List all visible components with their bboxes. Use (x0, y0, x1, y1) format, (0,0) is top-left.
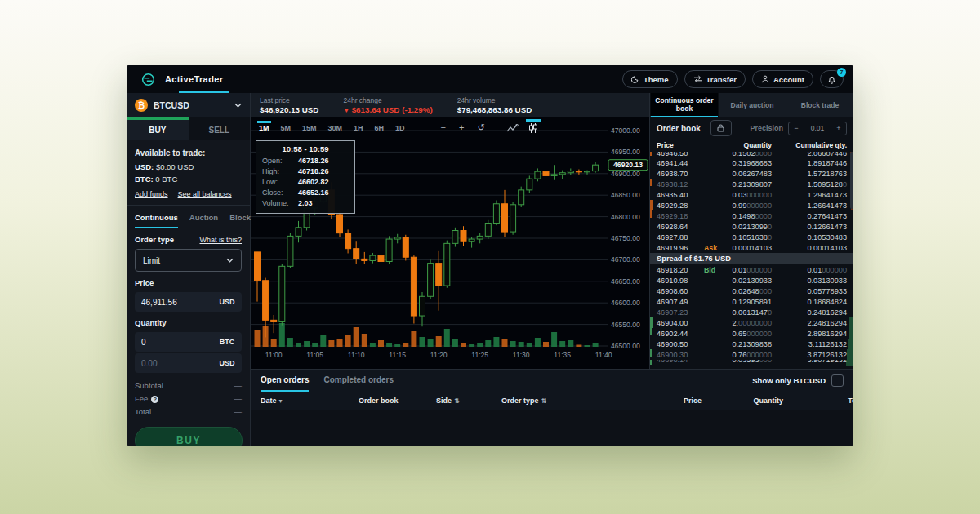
price-cell: 46918.20 (657, 266, 704, 274)
lock-button[interactable] (710, 120, 732, 136)
orders-column-date[interactable]: Date▾ (261, 397, 359, 405)
fee-info-icon[interactable]: ? (151, 396, 158, 403)
interval-30m[interactable]: 30M (328, 122, 343, 132)
order-book-tab-1[interactable]: Daily auction (718, 93, 786, 117)
order-type-select[interactable]: Limit (135, 249, 242, 272)
bid-row[interactable]: 46900.300.760000003.87126132 (650, 349, 853, 360)
reset-zoom-button[interactable]: ↺ (477, 122, 484, 133)
quantity-cell: 0.06131470 (725, 308, 772, 317)
line-chart-icon[interactable] (506, 122, 519, 133)
price-cell: 46929.18 (657, 212, 704, 220)
tooltip-row: Volume:2.03 (262, 198, 349, 209)
show-only-btcusd-checkbox[interactable] (831, 374, 844, 387)
chart-area: 1M5M15M30M1H6H1D − + ↺ (251, 117, 649, 369)
cumulative-cell: 0.24816294 (772, 308, 847, 317)
bid-row[interactable]: 46900.500.213098383.11126132 (650, 339, 853, 349)
zoom-in-button[interactable]: + (459, 122, 464, 132)
see-all-balances-link[interactable]: See all balances (178, 190, 232, 198)
price-cell: 46907.23 (657, 308, 704, 317)
bid-row[interactable]: 46907.490.129058910.18684824 (650, 296, 853, 307)
interval-6h[interactable]: 6H (375, 122, 385, 132)
pair-selector[interactable]: ₿ BTCUSD (127, 93, 250, 117)
buy-tab[interactable]: BUY (127, 117, 189, 140)
order-book-tab-2[interactable]: Block trade (786, 93, 853, 117)
interval-1d[interactable]: 1D (395, 122, 405, 132)
what-is-this-link[interactable]: What is this? (199, 236, 242, 244)
tooltip-value: 2.03 (298, 198, 313, 209)
add-funds-link[interactable]: Add funds (135, 190, 168, 198)
svg-text:46500.00: 46500.00 (611, 342, 640, 350)
summary-label: Fee? (135, 394, 158, 403)
interval-5m[interactable]: 5M (281, 122, 292, 132)
notification-badge: 7 (837, 68, 846, 77)
theme-button[interactable]: Theme (622, 70, 678, 88)
quantity-btc-input[interactable] (135, 332, 212, 352)
column-header: Price (657, 141, 725, 149)
ask-row[interactable]: 46928.640.021309900.12661473 (650, 221, 853, 232)
ask-row[interactable]: 46927.880.105163800.10530483 (650, 232, 853, 242)
ask-row[interactable]: 46929.280.990000001.26641473 (650, 200, 853, 210)
notifications-button[interactable]: 7 (820, 70, 844, 88)
sell-tab[interactable]: SELL (189, 117, 251, 140)
ask-row[interactable]: 46929.180.149800000.27641473 (650, 210, 853, 221)
orders-tab-completed-orders[interactable]: Completed orders (323, 370, 394, 392)
interval-15m[interactable]: 15M (302, 122, 317, 132)
bitcoin-icon: ₿ (135, 99, 148, 112)
ask-row[interactable]: 46941.440.319686831.89187446 (650, 157, 853, 168)
precision-plus-button[interactable]: + (831, 122, 846, 135)
ask-row[interactable]: 46946.500.150200002.06607446 (650, 152, 853, 157)
orders-table-header: Date▾Order bookSide⇅Order type⇅PriceQuan… (251, 392, 853, 410)
bid-row[interactable]: 46902.440.650000002.89816294 (650, 328, 853, 339)
quantity-usd-input[interactable] (135, 353, 212, 373)
svg-text:46550.00: 46550.00 (611, 321, 640, 329)
last-price-value: $46,920.13 USD (260, 105, 318, 114)
order-book-tab-0[interactable]: Continuous order book (650, 93, 718, 117)
market-tab-auction[interactable]: Auction (189, 213, 218, 228)
svg-text:11:40: 11:40 (595, 351, 612, 359)
side-label: Bid (704, 266, 725, 274)
bid-row[interactable]: 46910.980.021309330.03130933 (650, 275, 853, 286)
interval-1m[interactable]: 1M (259, 122, 270, 132)
market-tab-continuous[interactable]: Continuous (135, 213, 178, 228)
tooltip-value: 46718.26 (298, 166, 329, 177)
submit-buy-button[interactable]: BUY (135, 427, 243, 446)
price-input[interactable] (135, 292, 212, 312)
ask-row[interactable]: 46919.96Ask0.000141030.00014103 (650, 242, 853, 253)
cumulative-cell: 0.12661473 (772, 223, 847, 231)
ask-row[interactable]: 46935.400.030000001.29641473 (650, 189, 853, 200)
price-unit: USD (212, 292, 242, 312)
zoom-out-button[interactable]: − (441, 122, 446, 132)
svg-text:46920.13: 46920.13 (613, 161, 643, 169)
quantity-cell: 0.06267483 (725, 170, 772, 178)
account-button[interactable]: Account (752, 70, 813, 88)
svg-text:11:20: 11:20 (430, 351, 448, 359)
bid-row[interactable]: 46904.002.000000002.24816294 (650, 317, 853, 328)
quantity-cell: 0.03593000 (725, 360, 772, 364)
filter-label: Show only BTCUSD (752, 376, 826, 385)
svg-text:11:30: 11:30 (513, 351, 530, 359)
bid-row[interactable]: 46918.20Bid0.010000000.01000000 (650, 264, 853, 275)
bid-row[interactable]: 46907.230.061314700.24816294 (650, 307, 853, 317)
bid-row[interactable]: 46908.600.026480000.05778933 (650, 286, 853, 296)
tooltip-key: Volume: (262, 198, 298, 209)
quantity-cell: 0.00014103 (725, 244, 772, 252)
svg-text:46950.00: 46950.00 (611, 148, 640, 156)
depth-tick (650, 179, 652, 186)
quantity-usd-unit: USD (212, 353, 242, 373)
candlestick-chart-icon[interactable] (528, 122, 538, 133)
ask-row[interactable]: 46938.700.062674831.57218763 (650, 168, 853, 179)
orders-column-side[interactable]: Side⇅ (436, 397, 501, 405)
bid-row[interactable]: 46898.140.035930003.90719132 (650, 360, 853, 366)
change-value: ▼ $613.64 USD (-1.29%) (343, 105, 432, 114)
tooltip-row: Open:46718.26 (262, 156, 349, 166)
interval-1h[interactable]: 1H (354, 122, 363, 132)
orders-column-order-type[interactable]: Order type⇅ (501, 397, 608, 405)
market-tab-block[interactable]: Block (229, 213, 251, 228)
change-stat: 24hr change ▼ $613.64 USD (-1.29%) (343, 96, 432, 114)
orders-tab-open-orders[interactable]: Open orders (261, 370, 309, 392)
ask-row[interactable]: 46938.120.213098071.50951280 (650, 179, 853, 189)
transfer-button[interactable]: Transfer (684, 70, 746, 88)
summary-value: — (234, 381, 243, 390)
order-book-scrollbar[interactable] (850, 152, 853, 209)
precision-minus-button[interactable]: − (789, 122, 804, 135)
